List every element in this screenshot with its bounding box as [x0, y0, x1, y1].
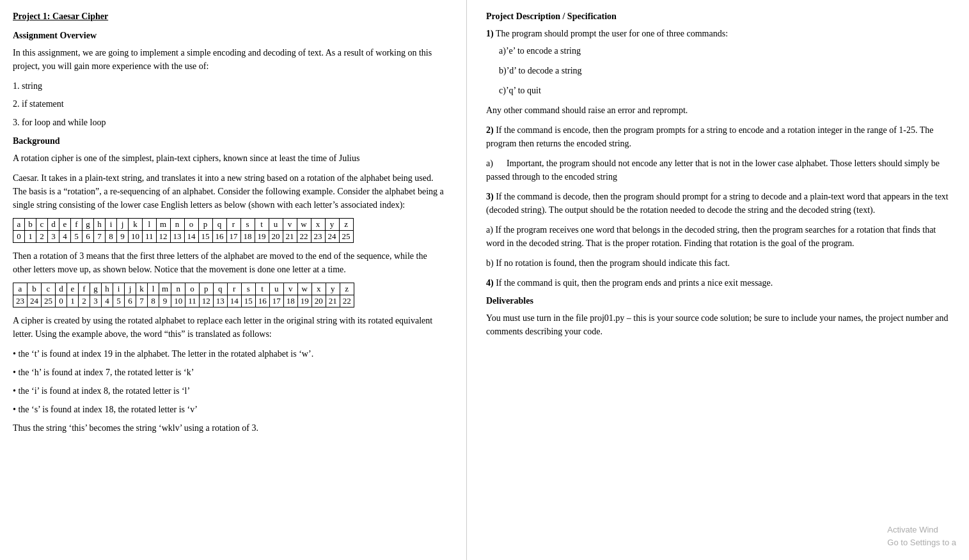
conclusion-para: Thus the string ‘this’ becomes the strin…	[13, 421, 447, 435]
spec-item-1-text: The program should prompt the user for o…	[496, 29, 728, 38]
bullet-1: • the ‘t’ is found at index 19 in the al…	[13, 347, 447, 361]
alphabet-table-2: abcdefghijklmnopqrstuvwxyz 2324250123456…	[13, 283, 354, 307]
watermark-line1: Activate Wind	[887, 524, 956, 536]
bullet-2: • the ‘h’ is found at index 7, the rotat…	[13, 366, 447, 379]
page-container: Project 1: Caesar Cipher Assignment Over…	[0, 0, 969, 560]
spec-item-1-extra: Any other command should raise an error …	[486, 104, 950, 117]
right-column: Project Description / Specification 1) T…	[467, 0, 969, 560]
background-para2: Caesar. It takes in a plain-text string,…	[13, 171, 447, 212]
bullet-4: • the ‘s’ is found at index 18, the rota…	[13, 403, 447, 416]
spec-item-1-main: 1)	[486, 29, 494, 38]
background-heading: Background	[13, 136, 447, 146]
list-item-1: 1. string	[13, 79, 447, 93]
spec-item-4: 4) If the command is quit, then the prog…	[486, 276, 950, 290]
spec-item-4-text: If the command is quit, then the program…	[496, 278, 773, 288]
spec-item-1-c: c)’q’ to quit	[499, 84, 950, 97]
spec-heading: Project Description / Specification	[486, 12, 950, 22]
bullet-3: • the ‘i’ is found at index 8, the rotat…	[13, 384, 447, 398]
spec-item-2-text: If the command is encode, then the progr…	[486, 125, 934, 148]
cipher-para: A cipher is created by using the rotated…	[13, 314, 447, 341]
activate-watermark: Activate Wind Go to Settings to a	[887, 524, 956, 548]
spec-item-2: 2) If the command is encode, then the pr…	[486, 123, 950, 150]
deliverables-heading: Deliverables	[486, 296, 950, 306]
deliverables-para: You must use turn in the file proj01.py …	[486, 311, 950, 338]
project-title: Project 1: Caesar Cipher	[13, 12, 447, 22]
list-item-3: 3. for loop and while loop	[13, 116, 447, 130]
background-para1: A rotation cipher is one of the simplest…	[13, 152, 447, 165]
spec-item-1-a: a)’e’ to encode a string	[499, 44, 950, 58]
spec-item-1-b: b)’d’ to decode a string	[499, 64, 950, 77]
spec-item-3: 3) If the command is decode, then the pr…	[486, 190, 950, 217]
spec-item-3-bold: 3)	[486, 192, 494, 201]
overview-paragraph: In this assignment, we are going to impl…	[13, 46, 447, 73]
left-column: Project 1: Caesar Cipher Assignment Over…	[0, 0, 467, 560]
spec-item-4-bold: 4)	[486, 278, 494, 288]
spec-item-2-extra: a) Important, the program should not enc…	[486, 157, 950, 183]
spec-item-3-text: If the command is decode, then the progr…	[486, 192, 949, 215]
rotation-para: Then a rotation of 3 means that the firs…	[13, 249, 447, 276]
watermark-line2: Go to Settings to a	[887, 536, 956, 549]
spec-item-1: 1) The program should prompt the user fo…	[486, 27, 950, 40]
spec-item-3b: b) If no rotation is found, then the pro…	[486, 256, 950, 270]
list-item-2: 2. if statement	[13, 97, 447, 111]
overview-heading: Assignment Overview	[13, 31, 447, 41]
spec-item-3a: a) If the program receives one word that…	[486, 223, 950, 250]
alphabet-table-1: abcdefghijklmnopqrstuvwxyz 0123456789101…	[13, 218, 354, 243]
spec-item-2-bold: 2)	[486, 125, 494, 135]
